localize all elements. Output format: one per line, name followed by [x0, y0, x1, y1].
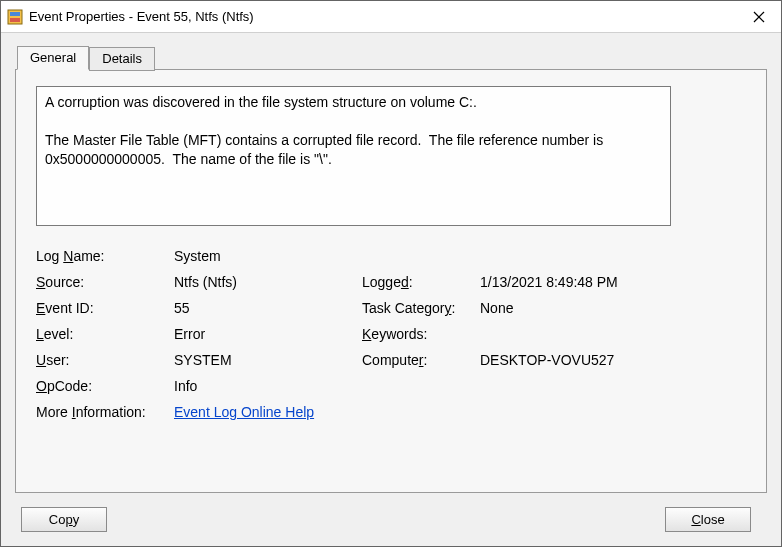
label-logged: Logged:: [362, 274, 472, 290]
value-event-id: 55: [174, 300, 354, 316]
label-source: Source:: [36, 274, 166, 290]
close-button[interactable]: Close: [665, 507, 751, 532]
value-source: Ntfs (Ntfs): [174, 274, 354, 290]
close-icon: [753, 11, 765, 23]
svg-rect-2: [10, 18, 20, 22]
value-opcode: Info: [174, 378, 746, 394]
value-computer: DESKTOP-VOVU527: [480, 352, 746, 368]
value-keywords: [480, 326, 746, 342]
label-user: User:: [36, 352, 166, 368]
value-task-category: None: [480, 300, 746, 316]
fields-grid: Log Name: System Source: Ntfs (Ntfs) Log…: [36, 248, 746, 420]
dialog-body: General Details A corruption was discove…: [1, 33, 781, 546]
label-opcode: OpCode:: [36, 378, 166, 394]
window-title: Event Properties - Event 55, Ntfs (Ntfs): [29, 9, 736, 24]
close-window-button[interactable]: [736, 1, 781, 32]
label-level: Level:: [36, 326, 166, 342]
event-log-online-help-link[interactable]: Event Log Online Help: [174, 404, 314, 420]
value-more-info: Event Log Online Help: [174, 404, 746, 420]
value-logged: 1/13/2021 8:49:48 PM: [480, 274, 746, 290]
event-properties-window: Event Properties - Event 55, Ntfs (Ntfs)…: [0, 0, 782, 547]
label-more-info: More Information:: [36, 404, 166, 420]
label-event-id: Event ID:: [36, 300, 166, 316]
svg-rect-1: [10, 12, 20, 16]
label-task-category: Task Category:: [362, 300, 472, 316]
dialog-footer: Copy Close: [15, 493, 767, 532]
label-keywords: Keywords:: [362, 326, 472, 342]
tab-general[interactable]: General: [17, 46, 89, 70]
titlebar: Event Properties - Event 55, Ntfs (Ntfs): [1, 1, 781, 33]
general-panel: A corruption was discovered in the file …: [15, 69, 767, 493]
copy-button[interactable]: Copy: [21, 507, 107, 532]
label-computer: Computer:: [362, 352, 472, 368]
value-log-name: System: [174, 248, 746, 264]
tab-strip: General Details: [17, 45, 767, 69]
label-log-name: Log Name:: [36, 248, 166, 264]
app-icon: [7, 9, 23, 25]
value-user: SYSTEM: [174, 352, 354, 368]
tab-details[interactable]: Details: [89, 47, 155, 71]
value-level: Error: [174, 326, 354, 342]
event-description[interactable]: A corruption was discovered in the file …: [36, 86, 671, 226]
